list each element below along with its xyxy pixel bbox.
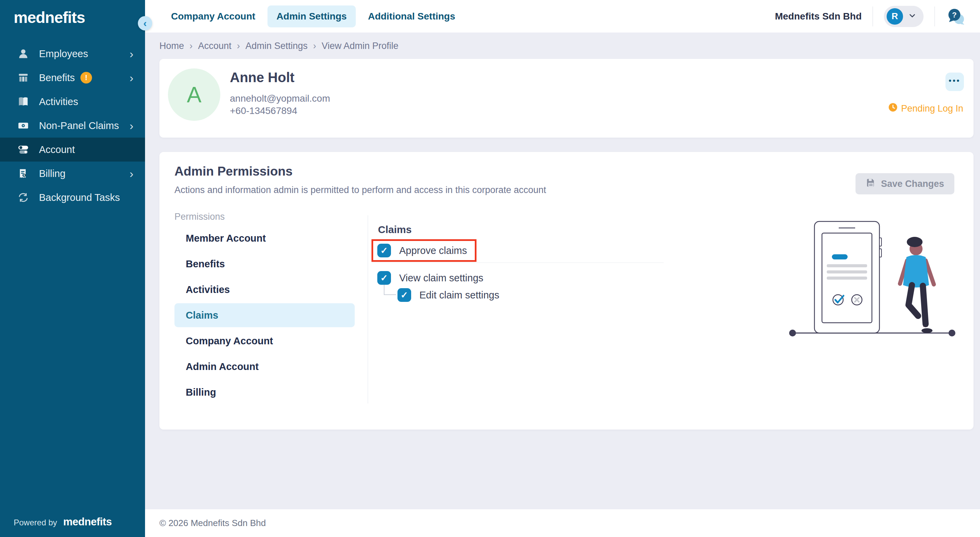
admin-email: anneholt@yopmail.com — [230, 93, 330, 104]
chevron-right-icon: › — [130, 168, 134, 179]
sync-icon — [17, 191, 29, 204]
sidebar-item-benefits[interactable]: Benefits ! › — [0, 66, 145, 90]
section-title: Claims — [378, 224, 412, 236]
chevron-right-icon: › — [130, 48, 134, 59]
permissions-nav-label: Permissions — [175, 212, 225, 222]
benefits-columns-icon — [17, 72, 29, 84]
company-name: Mednefits Sdn Bhd — [775, 11, 862, 22]
breadcrumb-separator-icon: › — [189, 41, 192, 51]
admin-phone: +60-134567894 — [230, 105, 297, 116]
perm-nav-billing[interactable]: Billing — [175, 380, 355, 404]
card-title: Admin Permissions — [175, 164, 293, 178]
chevron-down-icon — [908, 11, 917, 22]
sidebar-item-account[interactable]: Account — [0, 138, 145, 161]
tab-company-account[interactable]: Company Account — [162, 5, 264, 27]
sidebar-item-employees[interactable]: Employees › — [0, 42, 145, 66]
approve-claims-checkbox[interactable]: ✓ — [377, 244, 391, 257]
edit-claim-settings-checkbox[interactable]: ✓ — [398, 288, 411, 302]
breadcrumb-account[interactable]: Account — [198, 41, 232, 51]
permissions-nav: Member Account Benefits Activities Claim… — [175, 226, 355, 406]
sidebar-nav: Employees › Benefits ! › Activities Non-… — [0, 42, 145, 209]
claims-illustration — [787, 219, 958, 337]
mednefits-footer-logo: mednefits — [63, 516, 112, 528]
admin-permissions-card: Admin Permissions Actions and informatio… — [159, 152, 974, 430]
breadcrumb-separator-icon: › — [313, 41, 316, 51]
more-actions-button[interactable]: ••• — [945, 73, 964, 91]
sidebar-item-label: Billing — [39, 168, 65, 179]
perm-nav-admin-account[interactable]: Admin Account — [175, 355, 355, 379]
check-icon: ✓ — [401, 290, 408, 301]
toggles-icon — [17, 143, 29, 156]
breadcrumb-admin-settings[interactable]: Admin Settings — [246, 41, 308, 51]
page-footer: © 2026 Mednefits Sdn Bhd — [145, 509, 980, 537]
book-icon — [17, 96, 29, 108]
powered-by: Powered by mednefits — [14, 516, 112, 528]
clock-icon — [888, 103, 897, 114]
perm-nav-activities[interactable]: Activities — [175, 277, 355, 301]
avatar: R — [887, 8, 903, 25]
perm-nav-claims[interactable]: Claims — [175, 303, 355, 327]
sidebar: mednefits Employees › Benefits ! › Activ… — [0, 0, 145, 537]
sidebar-item-background-tasks[interactable]: Background Tasks — [0, 185, 145, 209]
person-icon — [17, 48, 29, 60]
powered-by-label: Powered by — [14, 518, 57, 527]
user-menu[interactable]: R — [884, 6, 924, 27]
check-icon: ✓ — [380, 245, 388, 256]
perm-nav-benefits[interactable]: Benefits — [175, 252, 355, 276]
main-content: Home › Account › Admin Settings › View A… — [145, 32, 980, 509]
divider — [371, 263, 663, 263]
sidebar-item-label: Background Tasks — [39, 192, 120, 203]
admin-name: Anne Holt — [230, 70, 294, 85]
svg-text:$: $ — [23, 174, 25, 177]
alert-badge: ! — [80, 72, 92, 83]
breadcrumb-current: View Admin Profile — [321, 41, 398, 51]
card-description: Actions and information admin is permitt… — [175, 185, 546, 195]
help-bubble-icon[interactable]: ? — [946, 6, 966, 26]
status-badge: Pending Log In — [888, 103, 963, 114]
checkbox-label: Edit claim settings — [419, 290, 500, 301]
copyright-text: © 2026 Mednefits Sdn Bhd — [159, 518, 266, 529]
breadcrumb: Home › Account › Admin Settings › View A… — [159, 41, 980, 51]
checkbox-label: Approve claims — [399, 245, 467, 257]
divider — [934, 6, 935, 26]
save-button-label: Save Changes — [881, 178, 944, 189]
sidebar-collapse-button[interactable]: ‹ — [138, 16, 152, 30]
admin-profile-card: A Anne Holt anneholt@yopmail.com +60-134… — [159, 59, 974, 138]
sidebar-item-activities[interactable]: Activities — [0, 90, 145, 114]
tab-admin-settings[interactable]: Admin Settings — [267, 5, 355, 27]
checkbox-label: View claim settings — [399, 272, 483, 284]
breadcrumb-separator-icon: › — [237, 41, 240, 51]
account-tabs: Company Account Admin Settings Additiona… — [162, 5, 464, 27]
ellipsis-icon: ••• — [948, 76, 961, 85]
perm-nav-company-account[interactable]: Company Account — [175, 329, 355, 353]
sidebar-item-label: Non-Panel Claims — [39, 120, 119, 131]
sidebar-item-non-panel-claims[interactable]: Non-Panel Claims › — [0, 114, 145, 138]
chevron-left-icon: ‹ — [143, 18, 147, 29]
receipt-icon: $ — [17, 167, 29, 180]
svg-text:?: ? — [952, 10, 957, 19]
mednefits-logo: mednefits — [14, 8, 85, 27]
sidebar-item-label: Employees — [39, 48, 88, 59]
perm-nav-member-account[interactable]: Member Account — [175, 226, 355, 250]
banknote-icon — [17, 120, 29, 132]
chevron-right-icon: › — [130, 120, 134, 131]
topbar-right: Mednefits Sdn Bhd R ? — [775, 6, 966, 27]
edit-claim-settings-row: ✓ Edit claim settings — [398, 288, 500, 302]
avatar: A — [168, 69, 220, 121]
highlighted-permission: ✓ Approve claims — [371, 239, 476, 262]
divider — [873, 6, 873, 26]
save-disk-icon — [866, 178, 876, 190]
check-icon: ✓ — [380, 273, 388, 284]
breadcrumb-home[interactable]: Home — [159, 41, 184, 51]
save-changes-button[interactable]: Save Changes — [856, 173, 955, 194]
sidebar-item-label: Benefits — [39, 72, 75, 83]
status-text: Pending Log In — [901, 104, 963, 114]
view-claim-settings-checkbox[interactable]: ✓ — [377, 271, 391, 285]
tree-connector — [384, 285, 396, 295]
view-claim-settings-row: ✓ View claim settings — [377, 271, 483, 285]
sidebar-item-label: Account — [39, 144, 75, 155]
topbar: Company Account Admin Settings Additiona… — [145, 0, 980, 32]
sidebar-item-billing[interactable]: $ Billing › — [0, 161, 145, 185]
sidebar-item-label: Activities — [39, 96, 78, 107]
tab-additional-settings[interactable]: Additional Settings — [359, 5, 464, 27]
